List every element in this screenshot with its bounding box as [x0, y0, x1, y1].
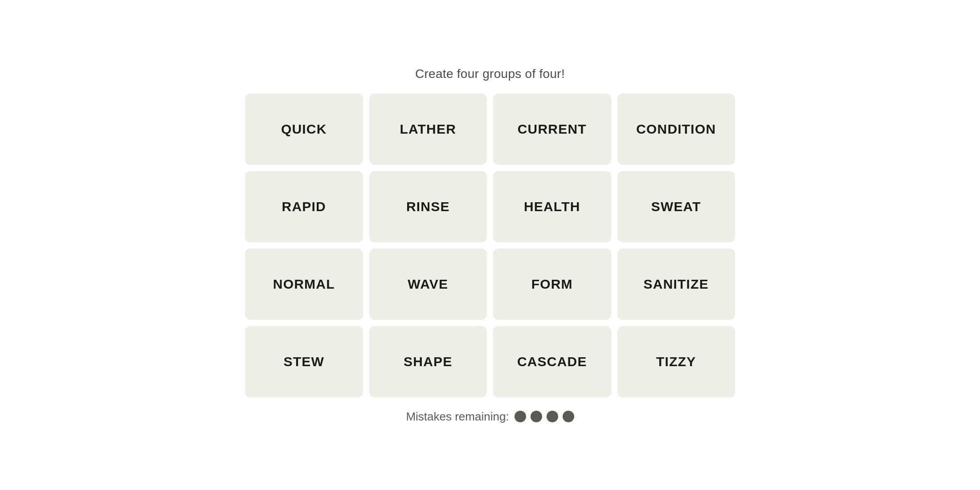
- mistakes-row: Mistakes remaining:: [406, 410, 574, 424]
- tile-label-condition: CONDITION: [636, 122, 716, 137]
- tile-sanitize[interactable]: SANITIZE: [617, 249, 735, 320]
- tile-lather[interactable]: LATHER: [369, 94, 487, 165]
- tile-form[interactable]: FORM: [493, 249, 611, 320]
- tile-rinse[interactable]: RINSE: [369, 171, 487, 242]
- tile-condition[interactable]: CONDITION: [617, 94, 735, 165]
- tile-quick[interactable]: QUICK: [245, 94, 363, 165]
- tile-current[interactable]: CURRENT: [493, 94, 611, 165]
- tile-label-sanitize: SANITIZE: [644, 277, 709, 292]
- mistakes-label: Mistakes remaining:: [406, 410, 509, 424]
- word-grid: QUICKLATHERCURRENTCONDITIONRAPIDRINSEHEA…: [245, 94, 735, 397]
- tile-label-quick: QUICK: [281, 122, 327, 137]
- tile-label-rinse: RINSE: [406, 199, 450, 214]
- tile-label-health: HEALTH: [524, 199, 580, 214]
- tile-label-lather: LATHER: [400, 122, 456, 137]
- dots-container: [514, 411, 574, 422]
- tile-label-shape: SHAPE: [404, 354, 452, 369]
- tile-label-cascade: CASCADE: [517, 354, 587, 369]
- mistake-dot-3: [547, 411, 558, 422]
- tile-health[interactable]: HEALTH: [493, 171, 611, 242]
- subtitle: Create four groups of four!: [415, 67, 565, 81]
- tile-tizzy[interactable]: TIZZY: [617, 326, 735, 397]
- tile-label-stew: STEW: [284, 354, 324, 369]
- tile-label-sweat: SWEAT: [651, 199, 701, 214]
- game-container: Create four groups of four! QUICKLATHERC…: [245, 67, 735, 424]
- mistake-dot-4: [563, 411, 574, 422]
- mistake-dot-2: [531, 411, 542, 422]
- tile-cascade[interactable]: CASCADE: [493, 326, 611, 397]
- tile-wave[interactable]: WAVE: [369, 249, 487, 320]
- tile-label-rapid: RAPID: [282, 199, 326, 214]
- tile-normal[interactable]: NORMAL: [245, 249, 363, 320]
- tile-stew[interactable]: STEW: [245, 326, 363, 397]
- tile-shape[interactable]: SHAPE: [369, 326, 487, 397]
- tile-rapid[interactable]: RAPID: [245, 171, 363, 242]
- tile-label-form: FORM: [531, 277, 573, 292]
- tile-label-wave: WAVE: [408, 277, 448, 292]
- mistake-dot-1: [514, 411, 526, 422]
- tile-label-current: CURRENT: [518, 122, 587, 137]
- tile-sweat[interactable]: SWEAT: [617, 171, 735, 242]
- tile-label-tizzy: TIZZY: [656, 354, 696, 369]
- tile-label-normal: NORMAL: [273, 277, 335, 292]
